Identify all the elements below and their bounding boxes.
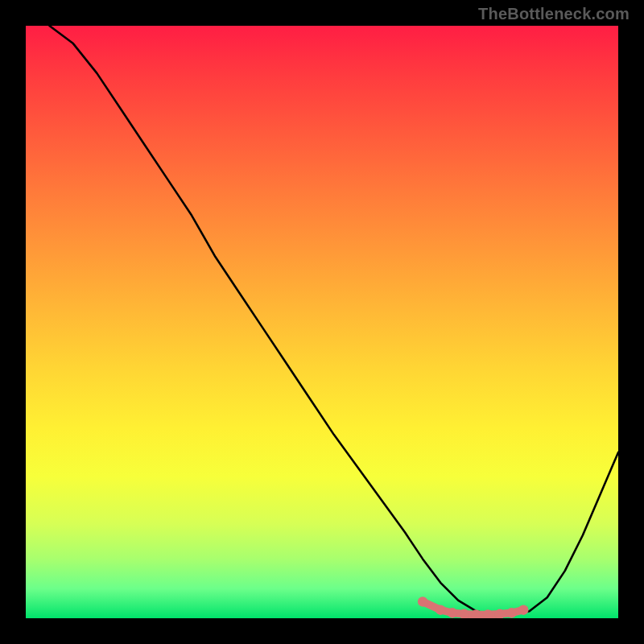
chart-frame: TheBottleneck.com bbox=[0, 0, 644, 644]
marker-dot bbox=[436, 605, 446, 615]
watermark-label: TheBottleneck.com bbox=[478, 5, 630, 23]
bottleneck-curve bbox=[49, 26, 618, 615]
curve-svg bbox=[26, 26, 618, 618]
plot-area bbox=[26, 26, 618, 618]
marker-dot bbox=[518, 605, 529, 615]
marker-dot bbox=[506, 608, 517, 618]
marker-dot bbox=[448, 608, 458, 618]
optimal-range-markers bbox=[418, 597, 529, 618]
marker-dot bbox=[418, 597, 428, 607]
